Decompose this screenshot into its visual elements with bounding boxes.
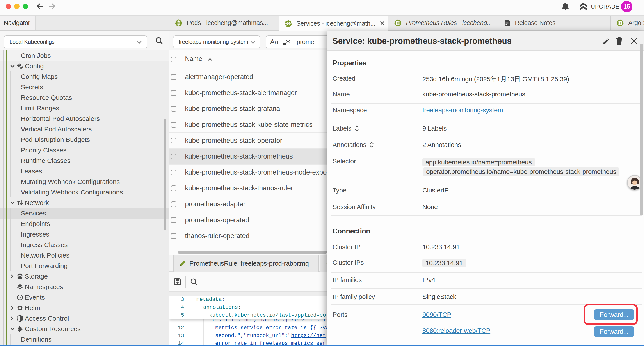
svg-text:HELM: HELM xyxy=(18,307,22,309)
